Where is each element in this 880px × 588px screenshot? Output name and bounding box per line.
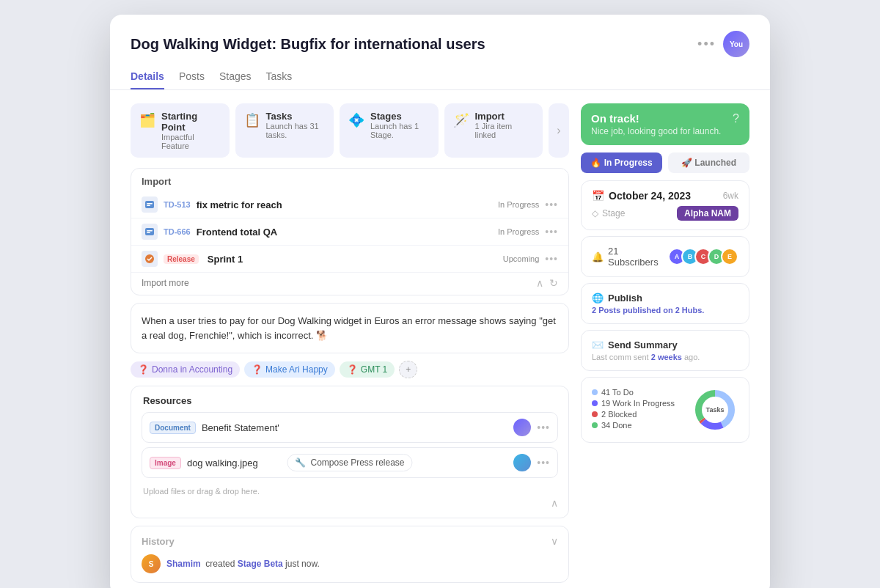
stage-value[interactable]: Alpha NAM	[677, 206, 738, 221]
donut-center-label: Tasks	[706, 406, 725, 414]
svg-rect-5	[147, 232, 150, 234]
resource-dots-1[interactable]: •••	[537, 422, 550, 433]
resource-avatar-2	[513, 454, 531, 471]
status-banner: On track! Nice job, looking good for lau…	[581, 103, 749, 145]
subscribers-row: 🔔 21 Subscribers A B C D E	[592, 246, 738, 268]
resource-type-img: Image	[150, 457, 181, 469]
starting-point-sub: Impactful Feature	[161, 133, 221, 150]
starting-point-text: Starting Point Impactful Feature	[161, 111, 221, 150]
tag-donna[interactable]: ❓ Donna in Accounting	[131, 361, 240, 378]
resource-name-1: Benefit Statement'	[202, 422, 507, 433]
import-row-3: Release Sprint 1 Upcoming •••	[131, 246, 568, 273]
history-header[interactable]: History ∨	[142, 535, 558, 547]
ticket-name-3: Sprint 1	[208, 254, 497, 265]
summary-card-starting-point[interactable]: 🗂️ Starting Point Impactful Feature	[131, 103, 230, 158]
history-avatar-1: S	[142, 554, 161, 573]
tab-details[interactable]: Details	[131, 70, 164, 89]
publish-subtitle: 2 Posts published on 2 Hubs.	[592, 306, 738, 315]
ticket-name-1: fix metric for reach	[197, 199, 492, 210]
row-dots-2[interactable]: •••	[545, 226, 558, 238]
legend-dot-todo	[592, 389, 598, 395]
compose-label: Compose Press release	[310, 457, 404, 468]
add-tag-button[interactable]: +	[399, 361, 417, 378]
subscribers-card: 🔔 21 Subscribers A B C D E	[581, 236, 749, 277]
description-box: When a user tries to pay for our Dog Wal…	[131, 303, 569, 353]
svg-rect-2	[147, 205, 150, 207]
collapse-history-button[interactable]: ∨	[551, 535, 558, 547]
legend-done: 34 Done	[592, 421, 684, 430]
tab-in-progress[interactable]: 🔥 In Progress	[581, 152, 662, 173]
tag-gmt-label: GMT 1	[361, 364, 387, 375]
svg-rect-0	[145, 201, 154, 208]
header-right: ••• You	[697, 31, 749, 57]
weeks-label: 6wk	[723, 191, 738, 201]
starting-point-icon: 🗂️	[139, 112, 155, 128]
resources-footer: ∧	[142, 497, 558, 509]
more-options-button[interactable]: •••	[697, 37, 716, 52]
ticket-icon-1	[142, 196, 158, 213]
send-summary-title: ✉️ Send Summary	[592, 339, 738, 350]
resources-header: Resources	[142, 395, 558, 406]
resource-type-doc: Document	[150, 422, 196, 434]
legend-dot-wip	[592, 400, 598, 406]
row-dots-3[interactable]: •••	[545, 253, 558, 265]
tasks-chart-inner: 41 To Do 19 Work In Progress 2 Blocked	[592, 386, 738, 433]
history-section: History ∨ S Shamim created Stage Beta ju…	[131, 526, 569, 583]
tab-launched[interactable]: 🚀 Launched	[668, 152, 749, 173]
svg-rect-1	[147, 203, 153, 205]
resource-item-1: Document Benefit Statement' •••	[142, 412, 558, 443]
send-summary-time: 2 weeks	[651, 353, 682, 361]
publish-count: 2 Posts	[592, 306, 620, 315]
donut-chart: Tasks	[692, 386, 738, 433]
summary-card-import[interactable]: 🪄 Import 1 Jira item linked	[444, 103, 543, 158]
main-window: Dog Walking Widget: Bugfix for internati…	[110, 15, 770, 588]
import-more-row: Import more ∧ ↻	[131, 273, 568, 295]
stages-card-label: Stages	[370, 111, 430, 122]
collapse-import-button[interactable]: ∧ ↻	[536, 277, 558, 289]
import-section: Import TD-513 fix metric for reach In Pr…	[131, 168, 569, 295]
resource-dots-2[interactable]: •••	[537, 457, 550, 468]
tab-stages[interactable]: Stages	[219, 70, 252, 89]
summary-card-tasks[interactable]: 📋 Tasks Launch has 31 tasks.	[235, 103, 334, 158]
summary-cards-nav-button[interactable]: ›	[549, 103, 569, 158]
ticket-id-2: TD-666	[164, 227, 191, 236]
legend-done-label: 34 Done	[601, 421, 632, 430]
stage-icon: ◇	[592, 208, 598, 218]
stage-text: Stage	[602, 208, 625, 218]
tab-posts[interactable]: Posts	[179, 70, 205, 89]
import-row-1: TD-513 fix metric for reach In Progress …	[131, 191, 568, 218]
status-banner-help-icon[interactable]: ?	[733, 112, 739, 125]
summary-card-stages[interactable]: 💠 Stages Launch has 1 Stage.	[340, 103, 439, 158]
summary-cards-row: 🗂️ Starting Point Impactful Feature 📋 Ta…	[131, 103, 569, 158]
tag-ari[interactable]: ❓ Make Ari Happy	[244, 361, 335, 378]
tag-gmt[interactable]: ❓ GMT 1	[340, 361, 395, 378]
tag-gmt-emoji: ❓	[347, 364, 358, 375]
import-section-header: Import	[131, 169, 568, 191]
tasks-card-sub: Launch has 31 tasks.	[266, 122, 326, 139]
import-more-link[interactable]: Import more	[142, 278, 189, 288]
starting-point-label: Starting Point	[161, 111, 221, 133]
stage-label: ◇ Stage	[592, 208, 625, 218]
history-item-1: S Shamim created Stage Beta just now.	[142, 554, 558, 573]
legend-todo-label: 41 To Do	[601, 388, 634, 397]
compose-press-release-button[interactable]: 🔧 Compose Press release	[287, 454, 412, 471]
row-dots-1[interactable]: •••	[545, 199, 558, 210]
collapse-resources-button[interactable]: ∧	[551, 497, 558, 509]
stages-card-sub: Launch has 1 Stage.	[370, 122, 430, 139]
import-card-label: Import	[475, 111, 535, 122]
publish-desc: published on 2 Hubs.	[623, 306, 704, 315]
tab-bar: Details Posts Stages Tasks	[110, 62, 770, 90]
status-badge-1: In Progress	[498, 200, 539, 209]
user-avatar[interactable]: You	[723, 31, 749, 57]
status-subtitle: Nice job, looking good for launch.	[591, 126, 721, 136]
resource-avatar-1	[513, 419, 531, 436]
tasks-card-text: Tasks Launch has 31 tasks.	[266, 111, 326, 139]
status-badge-2: In Progress	[498, 227, 539, 236]
svg-rect-3	[145, 228, 154, 235]
mail-icon: ✉️	[592, 339, 604, 350]
subscribers-label: 🔔 21 Subscribers	[592, 246, 668, 268]
tasks-chart-card: 41 To Do 19 Work In Progress 2 Blocked	[581, 377, 749, 443]
tag-donna-label: Donna in Accounting	[152, 364, 232, 375]
tab-tasks[interactable]: Tasks	[266, 70, 293, 89]
date-label: 📅 October 24, 2023	[592, 190, 691, 202]
